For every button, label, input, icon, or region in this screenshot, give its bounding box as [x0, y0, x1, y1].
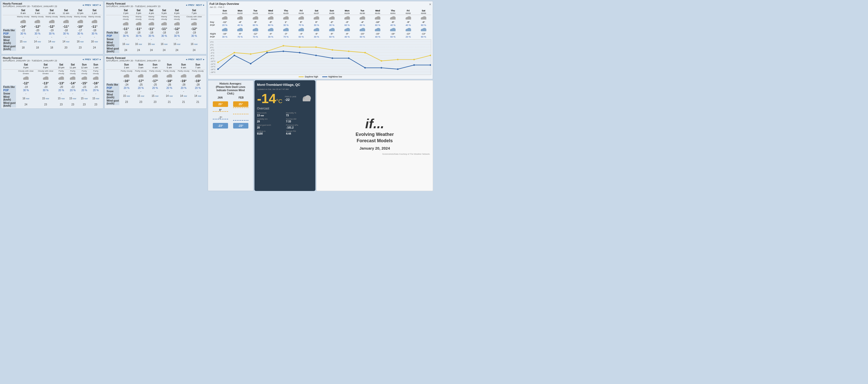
- time-header: Sat1 pm: [87, 9, 101, 15]
- prev-btn-1[interactable]: ◄ PREV: [82, 4, 91, 6]
- weather-icon-cell: [148, 73, 162, 79]
- svg-text:0°C: 0°C: [210, 46, 214, 49]
- weather-desc: Partly cloudy: [148, 70, 162, 73]
- temp-value: -13°: [36, 81, 56, 85]
- feels-like: -25: [133, 83, 148, 86]
- current-temp: -14: [257, 91, 276, 106]
- svg-rect-146: [375, 30, 380, 31]
- pop-value: 30 %: [183, 34, 205, 38]
- svg-rect-125: [268, 30, 274, 31]
- svg-rect-26: [149, 24, 154, 25]
- feels-like: -19: [16, 85, 36, 89]
- svg-rect-89: [299, 18, 304, 20]
- daytime-legend-label: Daytime high: [305, 75, 318, 78]
- overview-night-temp: -8°: [340, 32, 355, 35]
- weather-desc: Cloudy with clear breaks: [16, 70, 36, 75]
- weather-desc: Partly cloudy: [162, 70, 177, 73]
- next-btn-2[interactable]: NEXT ►: [196, 4, 205, 6]
- gust-value: 18: [16, 45, 30, 51]
- svg-text:-14°C: -14°C: [210, 66, 216, 68]
- pop-value: 20 %: [90, 89, 101, 92]
- overview-day-temp: 0°: [293, 21, 309, 24]
- feels-like: -18: [158, 31, 170, 34]
- temp-value: -17°: [133, 79, 148, 83]
- prev-btn-2[interactable]: ◄ PREV: [185, 4, 194, 6]
- snow-value: -: [73, 35, 87, 39]
- weather-icon-cell: [90, 75, 101, 81]
- overview-night-temp: -3°: [278, 32, 293, 35]
- weather-icon-cell: [170, 21, 183, 27]
- time-header: Sun4 am: [148, 63, 162, 70]
- temp-value: -10°: [73, 24, 87, 29]
- overview-day-temp: -9°: [385, 21, 401, 24]
- svg-rect-29: [161, 24, 167, 25]
- forecast-subtitle-4: SATURDAY, JANUARY 20 - TUESDAY, JANUARY …: [106, 59, 160, 62]
- current-weather-widget: Mont-Tremblant-Village, QC Updated on Sa…: [254, 80, 315, 191]
- svg-rect-44: [58, 78, 64, 80]
- svg-text:9°: 9°: [219, 108, 222, 111]
- time-header: Sun5 am: [162, 63, 177, 70]
- wind-value: 14 NW: [177, 93, 191, 99]
- wind-value: 15 NW: [148, 93, 162, 99]
- overview-day-header: Fri02/02: [401, 9, 416, 15]
- pressure-detail: Pressure kPa ↓101.2: [286, 124, 313, 129]
- svg-rect-74: [222, 18, 227, 20]
- weather-desc: Partly cloudy: [133, 70, 148, 73]
- weather-desc: Mainly cloudy: [158, 15, 170, 21]
- svg-rect-128: [283, 30, 289, 31]
- svg-point-189: [364, 52, 366, 53]
- weather-icon-cell: [119, 21, 132, 27]
- forecast-table-4: Sun2 amSun3 amSun4 amSun5 amSun6 amSun7 …: [106, 63, 205, 105]
- overview-day-header: Sat01/27: [309, 9, 324, 15]
- weather-desc: Partly cloudy: [55, 70, 67, 75]
- feels-like: -22: [16, 29, 30, 32]
- nighttime-legend-label: Nighttime low: [328, 75, 342, 78]
- forecast-title-1: Hourly Forecast: [3, 2, 57, 5]
- svg-rect-149: [390, 30, 396, 31]
- snow-value: -: [133, 90, 148, 93]
- prev-btn-4[interactable]: ◄ PREV: [185, 58, 194, 61]
- svg-point-202: [348, 57, 349, 59]
- overview-night-icon: [355, 27, 370, 32]
- svg-point-191: [397, 59, 398, 60]
- svg-text:-23°: -23°: [218, 124, 223, 127]
- overview-day-header: Thu02/01: [385, 9, 401, 15]
- prev-btn-3[interactable]: ◄ PREV: [82, 58, 91, 61]
- sunrise-value: 7:33: [286, 120, 313, 123]
- weather-icon-cell: [16, 18, 30, 24]
- svg-text:25°: 25°: [218, 103, 223, 106]
- overview-night-icon: [324, 27, 339, 32]
- snow-value: -: [44, 35, 59, 39]
- time-header: Sat9 am: [30, 9, 44, 15]
- time-header: Sat2 pm: [119, 9, 132, 15]
- overview-icon: [293, 15, 309, 21]
- svg-text:-6°C: -6°C: [210, 55, 215, 57]
- snow-value: -: [87, 35, 101, 39]
- svg-rect-77: [237, 18, 243, 20]
- svg-point-197: [266, 52, 268, 53]
- svg-rect-225: [303, 99, 310, 101]
- overview-night-icon: [293, 27, 309, 32]
- weather-icon-cell: [158, 21, 170, 27]
- svg-rect-65: [166, 76, 172, 77]
- gust-value: 24: [158, 47, 170, 53]
- feels-like: -18: [87, 29, 101, 32]
- snow-value: -: [55, 92, 67, 95]
- time-header: Sat11 am: [59, 9, 73, 15]
- next-btn-4[interactable]: NEXT ►: [196, 58, 205, 61]
- overview-night-pop: 60 %: [355, 35, 370, 38]
- weather-icon-cell: [133, 73, 148, 79]
- time-header: Sat12 pm: [73, 9, 87, 15]
- weather-desc: Mainly cloudy: [59, 15, 73, 18]
- wind-value: 15 NW: [67, 95, 79, 101]
- next-btn-3[interactable]: NEXT ►: [93, 58, 101, 61]
- next-btn-1[interactable]: NEXT ►: [93, 4, 101, 6]
- snow-value: -: [119, 90, 133, 93]
- feels-like: -20: [55, 85, 67, 89]
- overview-day-header: Wed01/24: [263, 9, 278, 15]
- wind-value: 15 NW: [16, 39, 30, 45]
- close-button[interactable]: ×: [429, 2, 431, 6]
- svg-rect-38: [23, 78, 29, 80]
- svg-rect-155: [421, 30, 426, 31]
- weather-icon-cell: [191, 73, 205, 79]
